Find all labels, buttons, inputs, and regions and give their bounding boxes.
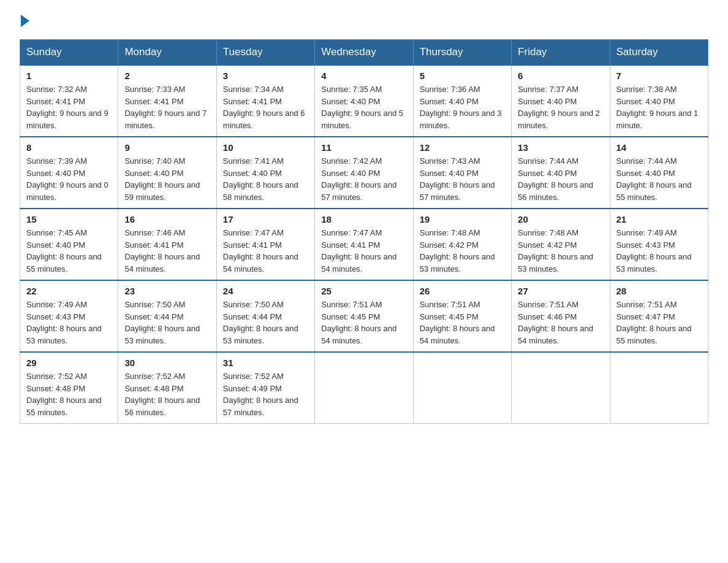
calendar-day-cell: 1 Sunrise: 7:32 AMSunset: 4:41 PMDayligh… [20,65,118,137]
day-number: 1 [26,71,112,81]
day-number: 18 [321,214,406,224]
day-info: Sunrise: 7:43 AMSunset: 4:40 PMDaylight:… [420,156,495,202]
day-number: 17 [223,214,308,224]
calendar-day-cell [315,352,413,424]
calendar-day-cell: 22 Sunrise: 7:49 AMSunset: 4:43 PMDaylig… [20,280,118,352]
calendar-week-row: 29 Sunrise: 7:52 AMSunset: 4:48 PMDaylig… [20,352,708,424]
calendar-day-cell: 20 Sunrise: 7:48 AMSunset: 4:42 PMDaylig… [512,209,610,280]
calendar-day-cell: 3 Sunrise: 7:34 AMSunset: 4:41 PMDayligh… [216,65,314,137]
day-number: 5 [420,71,505,81]
calendar-day-header: Saturday [610,40,708,66]
calendar-day-cell [512,352,610,424]
day-number: 6 [518,71,603,81]
day-number: 21 [616,214,702,224]
calendar-day-cell: 29 Sunrise: 7:52 AMSunset: 4:48 PMDaylig… [20,352,118,424]
logo [20,15,31,27]
calendar-day-cell: 7 Sunrise: 7:38 AMSunset: 4:40 PMDayligh… [610,65,708,137]
day-info: Sunrise: 7:49 AMSunset: 4:43 PMDaylight:… [616,228,692,274]
calendar-day-cell: 2 Sunrise: 7:33 AMSunset: 4:41 PMDayligh… [118,65,216,137]
calendar-day-cell: 6 Sunrise: 7:37 AMSunset: 4:40 PMDayligh… [512,65,610,137]
day-number: 2 [124,71,210,81]
calendar-week-row: 1 Sunrise: 7:32 AMSunset: 4:41 PMDayligh… [20,65,708,137]
day-info: Sunrise: 7:44 AMSunset: 4:40 PMDaylight:… [616,156,692,202]
calendar-day-header: Wednesday [315,40,413,66]
calendar-week-row: 15 Sunrise: 7:45 AMSunset: 4:40 PMDaylig… [20,209,708,280]
calendar-day-header: Friday [512,40,610,66]
calendar-day-cell: 18 Sunrise: 7:47 AMSunset: 4:41 PMDaylig… [315,209,413,280]
calendar-day-cell: 21 Sunrise: 7:49 AMSunset: 4:43 PMDaylig… [610,209,708,280]
day-number: 12 [420,142,505,153]
day-info: Sunrise: 7:45 AMSunset: 4:40 PMDaylight:… [26,228,102,274]
logo-arrow-icon [21,15,29,27]
day-info: Sunrise: 7:51 AMSunset: 4:47 PMDaylight:… [616,300,692,345]
day-info: Sunrise: 7:32 AMSunset: 4:41 PMDaylight:… [26,85,108,130]
day-info: Sunrise: 7:47 AMSunset: 4:41 PMDaylight:… [321,228,396,274]
day-number: 14 [616,142,702,153]
calendar-week-row: 22 Sunrise: 7:49 AMSunset: 4:43 PMDaylig… [20,280,708,352]
day-number: 13 [518,142,603,153]
day-number: 20 [518,214,603,224]
day-number: 26 [420,286,505,296]
calendar-header-row: SundayMondayTuesdayWednesdayThursdayFrid… [20,40,708,66]
day-number: 31 [223,358,308,368]
calendar-table: SundayMondayTuesdayWednesdayThursdayFrid… [20,39,708,424]
day-info: Sunrise: 7:51 AMSunset: 4:46 PMDaylight:… [518,300,593,345]
calendar-day-cell: 31 Sunrise: 7:52 AMSunset: 4:49 PMDaylig… [216,352,314,424]
day-number: 10 [223,142,308,153]
calendar-day-cell: 28 Sunrise: 7:51 AMSunset: 4:47 PMDaylig… [610,280,708,352]
calendar-week-row: 8 Sunrise: 7:39 AMSunset: 4:40 PMDayligh… [20,137,708,209]
calendar-day-cell: 30 Sunrise: 7:52 AMSunset: 4:48 PMDaylig… [118,352,216,424]
day-info: Sunrise: 7:39 AMSunset: 4:40 PMDaylight:… [26,156,108,202]
day-number: 16 [124,214,210,224]
day-info: Sunrise: 7:51 AMSunset: 4:45 PMDaylight:… [321,300,396,345]
calendar-day-cell: 8 Sunrise: 7:39 AMSunset: 4:40 PMDayligh… [20,137,118,209]
day-info: Sunrise: 7:49 AMSunset: 4:43 PMDaylight:… [26,300,102,345]
day-number: 3 [223,71,308,81]
calendar-day-cell: 11 Sunrise: 7:42 AMSunset: 4:40 PMDaylig… [315,137,413,209]
calendar-day-cell: 16 Sunrise: 7:46 AMSunset: 4:41 PMDaylig… [118,209,216,280]
calendar-day-cell: 23 Sunrise: 7:50 AMSunset: 4:44 PMDaylig… [118,280,216,352]
day-number: 8 [26,142,112,153]
calendar-day-header: Thursday [413,40,511,66]
day-number: 11 [321,142,406,153]
calendar-day-cell: 25 Sunrise: 7:51 AMSunset: 4:45 PMDaylig… [315,280,413,352]
day-info: Sunrise: 7:52 AMSunset: 4:49 PMDaylight:… [223,372,298,417]
day-number: 15 [26,214,112,224]
page-header [20,15,708,27]
day-info: Sunrise: 7:42 AMSunset: 4:40 PMDaylight:… [321,156,396,202]
day-info: Sunrise: 7:41 AMSunset: 4:40 PMDaylight:… [223,156,298,202]
day-info: Sunrise: 7:35 AMSunset: 4:40 PMDaylight:… [321,85,403,130]
calendar-day-header: Sunday [20,40,118,66]
calendar-day-cell: 15 Sunrise: 7:45 AMSunset: 4:40 PMDaylig… [20,209,118,280]
calendar-day-cell: 26 Sunrise: 7:51 AMSunset: 4:45 PMDaylig… [413,280,511,352]
day-info: Sunrise: 7:40 AMSunset: 4:40 PMDaylight:… [124,156,200,202]
calendar-day-cell: 14 Sunrise: 7:44 AMSunset: 4:40 PMDaylig… [610,137,708,209]
day-number: 4 [321,71,406,81]
day-info: Sunrise: 7:47 AMSunset: 4:41 PMDaylight:… [223,228,298,274]
day-number: 27 [518,286,603,296]
day-number: 7 [616,71,702,81]
day-info: Sunrise: 7:52 AMSunset: 4:48 PMDaylight:… [26,372,102,417]
day-info: Sunrise: 7:48 AMSunset: 4:42 PMDaylight:… [420,228,495,274]
day-info: Sunrise: 7:37 AMSunset: 4:40 PMDaylight:… [518,85,600,130]
day-info: Sunrise: 7:44 AMSunset: 4:40 PMDaylight:… [518,156,593,202]
calendar-day-cell: 10 Sunrise: 7:41 AMSunset: 4:40 PMDaylig… [216,137,314,209]
calendar-day-cell [413,352,511,424]
day-number: 23 [124,286,210,296]
calendar-day-cell: 13 Sunrise: 7:44 AMSunset: 4:40 PMDaylig… [512,137,610,209]
calendar-day-cell [610,352,708,424]
calendar-day-cell: 9 Sunrise: 7:40 AMSunset: 4:40 PMDayligh… [118,137,216,209]
day-info: Sunrise: 7:33 AMSunset: 4:41 PMDaylight:… [124,85,207,130]
calendar-day-cell: 24 Sunrise: 7:50 AMSunset: 4:44 PMDaylig… [216,280,314,352]
day-number: 30 [124,358,210,368]
calendar-day-cell: 27 Sunrise: 7:51 AMSunset: 4:46 PMDaylig… [512,280,610,352]
day-info: Sunrise: 7:51 AMSunset: 4:45 PMDaylight:… [420,300,495,345]
calendar-day-cell: 17 Sunrise: 7:47 AMSunset: 4:41 PMDaylig… [216,209,314,280]
calendar-day-header: Monday [118,40,216,66]
day-info: Sunrise: 7:34 AMSunset: 4:41 PMDaylight:… [223,85,305,130]
calendar-day-header: Tuesday [216,40,314,66]
day-number: 24 [223,286,308,296]
calendar-day-cell: 5 Sunrise: 7:36 AMSunset: 4:40 PMDayligh… [413,65,511,137]
calendar-day-cell: 12 Sunrise: 7:43 AMSunset: 4:40 PMDaylig… [413,137,511,209]
day-number: 19 [420,214,505,224]
